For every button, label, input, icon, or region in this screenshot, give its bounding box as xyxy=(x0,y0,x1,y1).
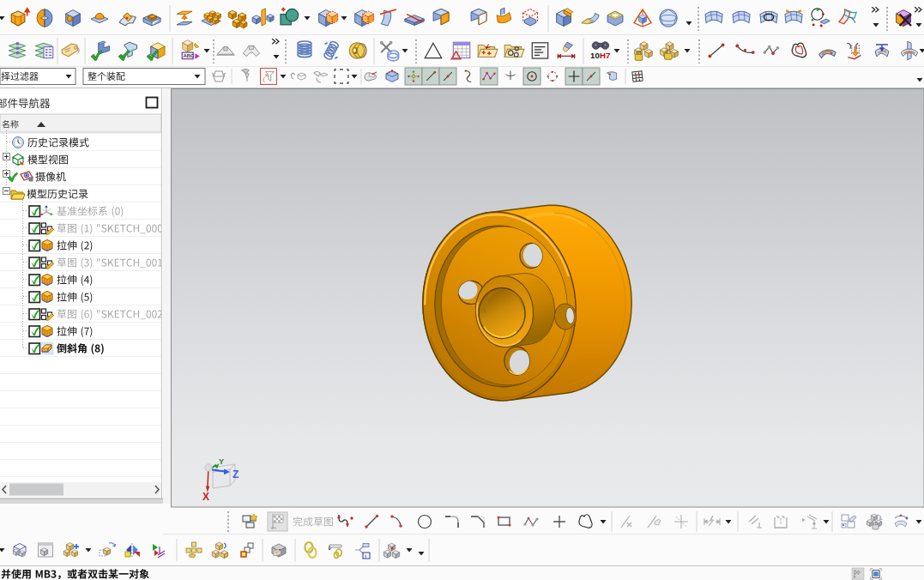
svg-text:Z: Z xyxy=(233,468,239,480)
svg-text:ABC: ABC xyxy=(184,53,196,58)
svg-text:Y: Y xyxy=(219,457,224,466)
svg-text:10H7: 10H7 xyxy=(590,51,610,60)
svg-text:X: X xyxy=(202,491,209,503)
